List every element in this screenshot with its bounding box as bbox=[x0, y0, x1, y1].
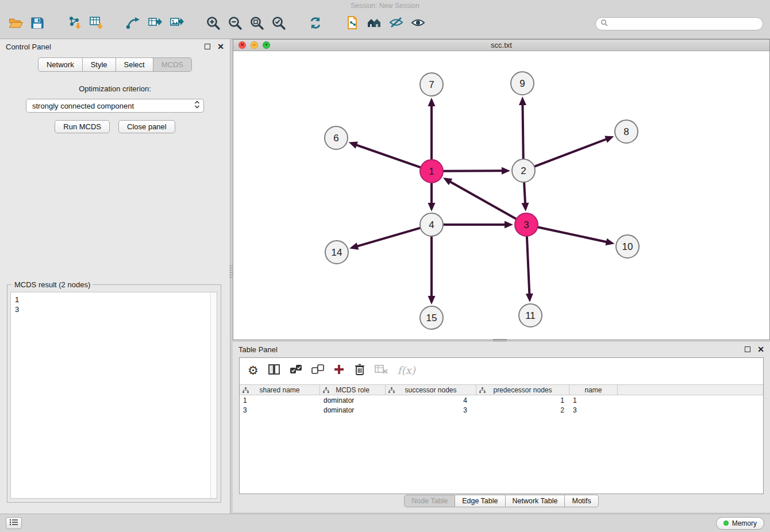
eye-button[interactable] bbox=[407, 11, 429, 36]
show-columns-button[interactable] bbox=[268, 361, 280, 379]
search-box[interactable] bbox=[595, 17, 763, 30]
mcds-result-list[interactable]: 1 3 bbox=[11, 292, 210, 498]
export-network-icon bbox=[125, 15, 141, 32]
criterion-select[interactable]: strongly connected component bbox=[26, 99, 204, 113]
float-table-panel-icon[interactable] bbox=[745, 346, 750, 352]
open-session-button[interactable] bbox=[5, 11, 26, 36]
zoom-out-button[interactable] bbox=[224, 11, 246, 36]
table-row[interactable]: 3 dominator 3 2 3 bbox=[240, 405, 763, 415]
vertical-splitter-handle[interactable] bbox=[229, 265, 233, 279]
export-table-button[interactable] bbox=[144, 11, 165, 36]
columns-icon bbox=[268, 364, 280, 377]
graph-edge[interactable] bbox=[527, 237, 529, 294]
tab-select[interactable]: Select bbox=[116, 57, 153, 72]
graph-node-label: 14 bbox=[332, 247, 342, 258]
graph-node[interactable]: 10 bbox=[616, 235, 639, 258]
refresh-button[interactable] bbox=[305, 11, 326, 36]
graph-node-label: 4 bbox=[429, 219, 434, 230]
graph-node[interactable]: 3 bbox=[515, 213, 538, 236]
unselect-all-button[interactable] bbox=[311, 361, 324, 379]
graph-node-label: 6 bbox=[333, 133, 338, 144]
graph-edge[interactable] bbox=[451, 182, 516, 219]
graph-node[interactable]: 15 bbox=[420, 306, 443, 329]
graph-edge[interactable] bbox=[535, 139, 606, 166]
graph-node[interactable]: 8 bbox=[615, 120, 638, 143]
column-sort-icon bbox=[479, 387, 486, 395]
export-network-button[interactable] bbox=[122, 11, 144, 36]
criterion-selected-value: strongly connected component bbox=[32, 102, 194, 110]
close-panel-button[interactable]: Close panel bbox=[118, 120, 175, 133]
save-session-button[interactable] bbox=[26, 11, 48, 36]
tab-network[interactable]: Network bbox=[38, 57, 83, 72]
graphics-details-button[interactable] bbox=[385, 11, 407, 36]
run-mcds-button[interactable]: Run MCDS bbox=[55, 120, 110, 133]
graph-node[interactable]: 7 bbox=[420, 73, 443, 96]
graph-node[interactable]: 14 bbox=[325, 241, 348, 264]
mcds-result-line: 3 bbox=[15, 304, 206, 314]
column-header-shared-name[interactable]: shared name bbox=[240, 385, 320, 395]
select-all-button[interactable] bbox=[290, 361, 302, 379]
close-table-panel-icon[interactable]: ✕ bbox=[757, 346, 764, 352]
export-table-icon bbox=[147, 15, 163, 32]
graph-edge-arrowhead bbox=[428, 296, 436, 304]
graph-node[interactable]: 6 bbox=[325, 126, 348, 149]
trash-icon bbox=[354, 363, 365, 377]
export-document-button[interactable] bbox=[341, 11, 363, 36]
graph-edge[interactable] bbox=[524, 183, 525, 203]
apply-function-button[interactable]: f(x) bbox=[398, 361, 415, 379]
delete-table-button[interactable] bbox=[375, 361, 388, 379]
mcds-result-line: 1 bbox=[15, 295, 206, 304]
graph-node-label: 7 bbox=[429, 79, 434, 90]
column-label: successor nodes bbox=[405, 386, 456, 394]
import-network-button[interactable] bbox=[63, 11, 85, 36]
column-header-mcds-role[interactable]: MCDS role bbox=[320, 385, 386, 395]
close-panel-icon[interactable]: ✕ bbox=[217, 44, 224, 49]
zoom-selected-button[interactable] bbox=[268, 11, 290, 36]
export-image-icon bbox=[169, 15, 184, 32]
zoom-fit-button[interactable] bbox=[246, 11, 268, 36]
result-scrollbar[interactable] bbox=[210, 292, 217, 498]
graph-edge[interactable] bbox=[357, 228, 419, 246]
add-column-button[interactable] bbox=[333, 361, 345, 379]
cell-mcds-role: dominator bbox=[320, 405, 386, 415]
cell-shared-name: 1 bbox=[240, 395, 320, 405]
tab-network-table[interactable]: Network Table bbox=[506, 495, 565, 507]
graph-node-label: 10 bbox=[622, 241, 633, 252]
column-header-name[interactable]: name bbox=[569, 385, 618, 395]
table-panel: Table Panel ✕ ⚙ bbox=[233, 342, 770, 512]
column-header-successor-nodes[interactable]: successor nodes bbox=[386, 385, 476, 395]
memory-button[interactable]: Memory bbox=[716, 517, 764, 530]
tab-motifs[interactable]: Motifs bbox=[565, 495, 598, 507]
float-panel-icon[interactable] bbox=[205, 44, 210, 49]
zoom-in-button[interactable] bbox=[202, 11, 224, 36]
graph-node[interactable]: 11 bbox=[519, 304, 542, 327]
export-image-button[interactable] bbox=[165, 11, 187, 36]
column-sort-icon bbox=[323, 387, 329, 395]
tab-style[interactable]: Style bbox=[83, 57, 116, 72]
tab-node-table[interactable]: Node Table bbox=[404, 495, 455, 507]
network-window-titlebar: scc.txt ✕ − + bbox=[233, 40, 769, 51]
tab-edge-table[interactable]: Edge Table bbox=[455, 495, 505, 507]
delete-column-button[interactable] bbox=[354, 361, 365, 379]
graph-edge[interactable] bbox=[523, 105, 523, 159]
table-settings-button[interactable]: ⚙ bbox=[248, 361, 259, 379]
table-row[interactable]: 1 dominator 4 1 1 bbox=[240, 395, 763, 405]
homes-button[interactable] bbox=[363, 11, 385, 36]
select-all-icon bbox=[290, 364, 302, 376]
column-header-predecessor-nodes[interactable]: predecessor nodes bbox=[476, 385, 569, 395]
import-table-button[interactable] bbox=[85, 11, 107, 36]
graph-edge-arrowhead bbox=[502, 167, 510, 175]
search-input[interactable] bbox=[608, 18, 757, 29]
graph-edge-arrowhead bbox=[605, 136, 614, 142]
graph-edge[interactable] bbox=[538, 227, 606, 242]
graph-edge[interactable] bbox=[444, 171, 502, 171]
graph-node[interactable]: 4 bbox=[420, 213, 443, 236]
graph-edge[interactable] bbox=[357, 145, 420, 168]
control-panel-title: Control Panel bbox=[6, 43, 51, 51]
graph-node[interactable]: 1 bbox=[420, 160, 443, 183]
graph-node[interactable]: 2 bbox=[512, 159, 535, 182]
task-history-button[interactable] bbox=[6, 517, 22, 529]
control-panel: Control Panel ✕ Network Style Select MCD… bbox=[0, 39, 230, 514]
tab-mcds[interactable]: MCDS bbox=[153, 57, 192, 72]
graph-node[interactable]: 9 bbox=[511, 72, 534, 95]
